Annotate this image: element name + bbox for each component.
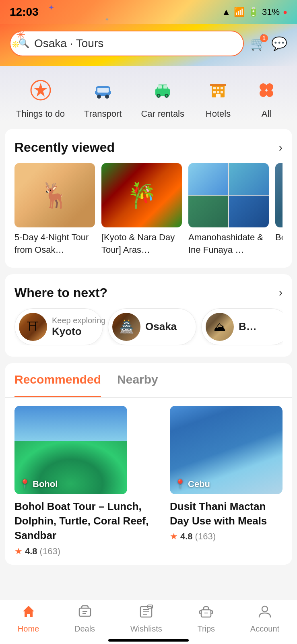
svg-rect-19 — [221, 87, 223, 89]
cebu-rating-count: (163) — [195, 531, 216, 542]
kyoto-sub: Keep exploring — [52, 316, 105, 325]
list-item[interactable]: 🎋 [Kyoto & Nara Day Tour] Aras… — [101, 163, 182, 256]
signal-icon: 📶 — [234, 7, 245, 17]
category-hotels[interactable]: Hotels — [204, 76, 233, 119]
wishlists-label: Wishlists — [130, 624, 162, 634]
destination-osaka[interactable]: 🏯 Osaka — [108, 308, 196, 345]
car-rentals-label: Car rentals — [141, 109, 184, 119]
header: ✳ ✦ ❊ 🔍 Osaka · Tours 🛒 1 💬 — [0, 24, 297, 66]
svg-rect-3 — [97, 88, 109, 93]
svg-point-13 — [158, 95, 159, 97]
where-to-next-title: Where to next? — [14, 285, 107, 300]
nav-wishlists[interactable]: Wishlists — [130, 604, 162, 634]
nav-account[interactable]: Account — [250, 604, 279, 634]
things-to-do-label: Things to do — [16, 109, 65, 119]
svg-rect-22 — [221, 91, 223, 93]
dot-indicator: ● — [283, 8, 287, 17]
category-car-rentals[interactable]: Car rentals — [141, 76, 184, 119]
nav-deals[interactable]: Deals — [74, 604, 95, 634]
svg-rect-16 — [210, 84, 226, 86]
svg-rect-28 — [79, 608, 91, 616]
home-icon — [21, 604, 36, 622]
bohol-tour-card[interactable]: 📍 Bohol Bohol Boat Tour – Lunch, Dolphin… — [14, 406, 163, 557]
kyoto-avatar-inner: ⛩ — [19, 313, 47, 341]
svg-point-26 — [260, 90, 267, 97]
header-actions: 🛒 1 💬 — [250, 36, 287, 51]
where-to-next-header: Where to next? › — [14, 285, 283, 300]
recently-item-image-2: 🎋 — [101, 163, 182, 227]
hotels-label: Hotels — [206, 109, 231, 119]
nav-home[interactable]: Home — [18, 604, 39, 634]
bohol-location-text: Bohol — [33, 479, 58, 489]
list-item[interactable]: 🌊 Boh Lun… — [275, 163, 283, 256]
svg-rect-39 — [200, 611, 201, 614]
svg-rect-23 — [216, 94, 221, 97]
bohol-rating-count: (163) — [40, 546, 60, 557]
svg-marker-1 — [33, 83, 48, 97]
tab-recommended[interactable]: Recommended — [14, 363, 101, 397]
all-icon — [252, 76, 281, 105]
list-item[interactable]: Amanohashidate & Ine Funaya … — [188, 163, 269, 256]
category-all[interactable]: All — [252, 76, 281, 119]
osaka-avatar-inner: 🏯 — [112, 313, 140, 341]
cart-button[interactable]: 🛒 1 — [250, 36, 266, 51]
osaka-name: Osaka — [145, 320, 177, 333]
svg-rect-20 — [213, 91, 216, 93]
bohol-card-title: Bohol Boat Tour – Lunch, Dolphin, Turtle… — [14, 499, 163, 543]
status-time: 12:03 — [10, 6, 39, 19]
bohol-star: ★ — [14, 546, 23, 557]
recently-viewed-arrow[interactable]: › — [279, 141, 283, 154]
where-to-next-arrow[interactable]: › — [279, 286, 283, 299]
destination-kyoto[interactable]: ⛩ Keep exploring Kyoto — [14, 308, 103, 345]
cebu-pin-icon: 📍 — [175, 479, 186, 489]
svg-point-42 — [262, 606, 268, 612]
home-label: Home — [18, 624, 39, 634]
grid-cell-4 — [229, 196, 269, 227]
category-things-to-do[interactable]: Things to do — [16, 76, 65, 119]
search-query: Osaka · Tours — [34, 37, 103, 50]
osaka-dest-text: Osaka — [145, 320, 177, 333]
bohol-card-rating: ★ 4.8 (163) — [14, 546, 163, 557]
recently-viewed-header: Recently viewed › — [14, 140, 283, 155]
search-bar[interactable]: 🔍 Osaka · Tours — [10, 31, 244, 56]
message-button[interactable]: 💬 — [271, 36, 287, 51]
recommended-section: Recommended Nearby 📍 Bohol Bohol — [5, 363, 292, 565]
cebu-card-rating: ★ 4.8 (163) — [170, 531, 283, 542]
battery-percent: 31% — [262, 7, 280, 17]
svg-rect-40 — [211, 611, 212, 614]
other-avatar: ⛰ — [206, 313, 234, 341]
list-item[interactable]: 🦌 5-Day 4-Night Tour from Osak… — [14, 163, 95, 256]
where-to-next-section: Where to next? › ⛩ Keep exploring Kyoto … — [5, 274, 292, 357]
trips-label: Trips — [197, 624, 215, 634]
recently-item-label-2: [Kyoto & Nara Day Tour] Aras… — [101, 232, 175, 255]
cebu-star: ★ — [170, 531, 178, 542]
cebu-resort-card[interactable]: 📍 Cebu Dusit Thani Mactan Day Use with M… — [170, 406, 283, 557]
status-icons: ▲ 📶 🔋 31% ● — [222, 7, 287, 17]
destination-other[interactable]: ⛰ B… — [201, 308, 283, 345]
other-dest-text: B… — [239, 320, 257, 333]
deals-icon — [78, 604, 92, 622]
status-bar: ✦ ✦ 12:03 ▲ 📶 🔋 31% ● — [0, 0, 297, 24]
recently-viewed-section: Recently viewed › 🦌 5-Day 4-Night Tour f… — [5, 129, 292, 268]
kyoto-name: Kyoto — [52, 325, 105, 338]
recently-item-image-1: 🦌 — [14, 163, 95, 227]
tab-nearby[interactable]: Nearby — [117, 363, 158, 397]
all-label: All — [262, 109, 271, 119]
other-avatar-inner: ⛰ — [206, 313, 234, 341]
category-transport[interactable]: Transport — [84, 76, 122, 119]
svg-point-25 — [266, 83, 273, 91]
home-indicator — [108, 639, 189, 642]
things-to-do-icon — [26, 76, 55, 105]
sparkle-decoration-2: ✦ — [105, 16, 109, 23]
battery-icon: 🔋 — [248, 7, 259, 17]
svg-rect-21 — [217, 91, 219, 93]
grid-cell-2 — [229, 163, 269, 195]
kyoto-image: 🎋 — [101, 163, 182, 227]
bohol-location-badge: 📍 Bohol — [19, 479, 58, 489]
svg-point-4 — [97, 95, 101, 99]
recently-item-image-3 — [188, 163, 269, 227]
cebu-location-text: Cebu — [188, 479, 210, 489]
nav-trips[interactable]: Trips — [197, 604, 215, 634]
recently-item-label-4: Boh Lun… — [275, 232, 283, 242]
svg-rect-7 — [109, 91, 111, 94]
